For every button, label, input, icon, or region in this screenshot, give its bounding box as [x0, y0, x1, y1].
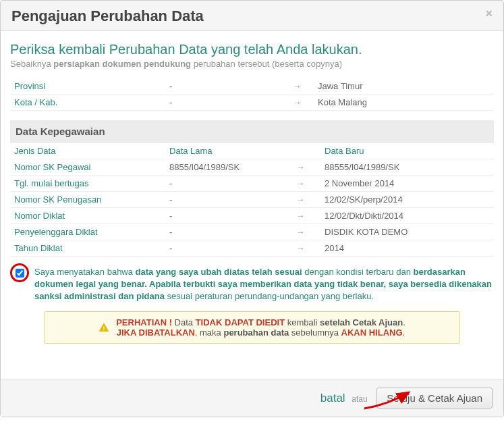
arrow-icon: →	[280, 192, 320, 208]
arrow-icon: →	[280, 208, 320, 224]
old-value: -	[165, 192, 280, 208]
old-value: -	[165, 95, 280, 111]
col-old: Data Lama	[165, 143, 280, 159]
consent-row: Saya menyatakan bahwa data yang saya uba…	[10, 266, 494, 303]
old-value: 8855/I04/1989/SK	[165, 159, 280, 176]
modal-title: Pengajuan Perubahan Data	[11, 7, 204, 25]
new-value: 12/02/SK/perp/2014	[320, 192, 494, 208]
table-row: Penyelenggara Diklat-→DISDIK KOTA DEMO	[10, 224, 494, 240]
intro-subtitle: Sebaiknya persiapkan dokumen pendukung p…	[10, 59, 494, 69]
field-label[interactable]: Nomor Diklat	[10, 208, 165, 224]
field-label[interactable]: Nomor SK Pegawai	[10, 159, 165, 176]
field-label[interactable]: Tahun Diklat	[10, 240, 165, 257]
intro-sub-post: perubahan tersebut (beserta copynya)	[191, 59, 342, 69]
table-row: Tgl. mulai bertugas-→2 November 2014	[10, 176, 494, 192]
top-changes-table: Provinsi-→Jawa TimurKota / Kab.-→Kota Ma…	[10, 78, 494, 111]
arrow-icon: →	[280, 95, 314, 111]
kepegawaian-table: Data Kepegawaian Jenis Data Data Lama Da…	[10, 120, 494, 257]
new-value: 88555/I04/1989/SK	[320, 159, 494, 176]
old-value: -	[165, 240, 280, 257]
table-row: Nomor SK Pegawai8855/I04/1989/SK→88555/I…	[10, 159, 494, 176]
field-label[interactable]: Penyelenggara Diklat	[10, 224, 165, 240]
old-value: -	[165, 208, 280, 224]
new-value: 12/02/Dkt/Dikti/2014	[320, 208, 494, 224]
table-row: Nomor SK Penugasan-→12/02/SK/perp/2014	[10, 192, 494, 208]
consent-highlight-circle	[10, 263, 29, 282]
intro-sub-pre: Sebaiknya	[10, 59, 53, 69]
old-value: -	[165, 176, 280, 192]
warning-text: PERHATIAN ! Data TIDAK DAPAT DIEDIT kemb…	[116, 317, 405, 338]
warning-icon	[99, 322, 109, 333]
field-label[interactable]: Provinsi	[10, 78, 165, 95]
table-row: Kota / Kab.-→Kota Malang	[10, 95, 494, 111]
modal-footer: batal atau Setuju & Cetak Ajuan	[1, 379, 503, 417]
modal-dialog: Pengajuan Perubahan Data × Periksa kemba…	[0, 0, 504, 417]
intro-sub-bold: persiapkan dokumen pendukung	[53, 59, 191, 69]
new-value: DISDIK KOTA DEMO	[320, 224, 494, 240]
consent-text: Saya menyatakan bahwa data yang saya uba…	[34, 266, 494, 303]
intro-title: Periksa kembali Perubahan Data yang tela…	[10, 42, 494, 57]
col-field: Jenis Data	[10, 143, 165, 159]
field-label[interactable]: Tgl. mulai bertugas	[10, 176, 165, 192]
field-label[interactable]: Kota / Kab.	[10, 95, 165, 111]
col-new: Data Baru	[320, 143, 494, 159]
new-value: 2014	[320, 240, 494, 257]
table-row: Tahun Diklat-→2014	[10, 240, 494, 257]
table-row: Provinsi-→Jawa Timur	[10, 78, 494, 95]
section-title: Data Kepegawaian	[10, 120, 494, 143]
new-value: 2 November 2014	[320, 176, 494, 192]
modal-header: Pengajuan Perubahan Data ×	[1, 1, 503, 31]
arrow-icon: →	[280, 159, 320, 176]
or-text: atau	[352, 394, 367, 404]
arrow-icon: →	[280, 176, 320, 192]
field-label[interactable]: Nomor SK Penugasan	[10, 192, 165, 208]
new-value: Kota Malang	[314, 95, 494, 111]
cancel-button[interactable]: batal	[320, 392, 345, 404]
arrow-icon: →	[280, 240, 320, 257]
old-value: -	[165, 224, 280, 240]
new-value: Jawa Timur	[314, 78, 494, 95]
warning-box: PERHATIAN ! Data TIDAK DAPAT DIEDIT kemb…	[44, 311, 460, 344]
old-value: -	[165, 78, 280, 95]
submit-button[interactable]: Setuju & Cetak Ajuan	[376, 388, 493, 408]
modal-body: Periksa kembali Perubahan Data yang tela…	[1, 31, 503, 379]
close-icon[interactable]: ×	[485, 7, 493, 20]
arrow-icon: →	[280, 78, 314, 95]
arrow-icon: →	[280, 224, 320, 240]
table-row: Nomor Diklat-→12/02/Dkt/Dikti/2014	[10, 208, 494, 224]
consent-checkbox[interactable]	[16, 269, 24, 278]
